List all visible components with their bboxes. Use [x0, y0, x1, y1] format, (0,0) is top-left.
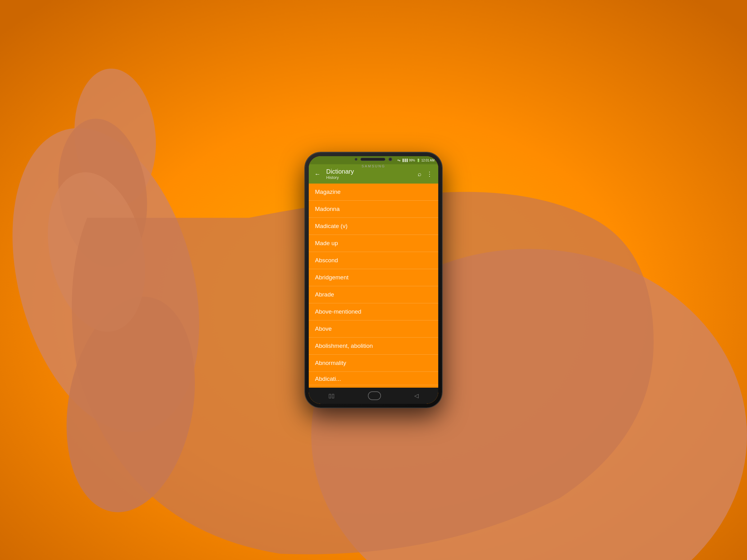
list-item[interactable]: Above-mentioned [309, 303, 438, 320]
home-button[interactable] [368, 391, 381, 400]
bottom-navigation: ▯▯ ◁ [309, 388, 438, 404]
list-item[interactable]: Madicate (v) [309, 218, 438, 235]
list-item[interactable]: Abnormality [309, 355, 438, 372]
list-item-label: Magazine [315, 189, 340, 195]
top-sensors [355, 157, 392, 161]
list-item-label: Above-mentioned [315, 308, 361, 315]
list-item[interactable]: Made up [309, 235, 438, 252]
battery-percent: 99% [409, 159, 415, 162]
status-icons: ▾▴ ▐▐▐ 99% 🔋 12:01 AM [397, 159, 435, 162]
list-item[interactable]: Magazine [309, 184, 438, 201]
brand-label: SAMSUNG [362, 164, 386, 168]
phone-screen: ▾▴ ▐▐▐ 99% 🔋 12:01 AM ← Dictionary Histo… [309, 156, 438, 404]
list-item-label: Madicate (v) [315, 223, 348, 229]
app-subtitle: History [326, 175, 413, 180]
app-title-block: Dictionary History [325, 168, 413, 180]
phone-shell: SAMSUNG ▾▴ ▐▐▐ 99% 🔋 12:01 AM ← [305, 153, 442, 407]
list-item[interactable]: Abolishment, abolition [309, 338, 438, 355]
time-display: 12:01 AM [421, 159, 435, 162]
history-list: Magazine Madonna Madicate (v) Made up Ab… [309, 184, 438, 388]
more-button[interactable]: ⋮ [424, 169, 435, 179]
battery-icon: 🔋 [416, 159, 420, 162]
sensor-dot [355, 158, 357, 161]
list-item[interactable]: Abridgement [309, 269, 438, 286]
app-title: Dictionary [326, 168, 413, 175]
back-button[interactable]: ← [312, 169, 323, 180]
list-item[interactable]: Abrade [309, 286, 438, 303]
speaker-grille [360, 158, 385, 161]
list-item[interactable]: Abscond [309, 252, 438, 269]
wifi-icon: ▾▴ [397, 159, 401, 162]
app-bar-actions: ⌕ ⋮ [416, 169, 435, 179]
list-item-label: Madonna [315, 206, 340, 212]
signal-icon: ▐▐▐ [402, 159, 408, 162]
list-item-label: Made up [315, 240, 338, 246]
scene: SAMSUNG ▾▴ ▐▐▐ 99% 🔋 12:01 AM ← [0, 0, 747, 560]
back-nav-button[interactable]: ◁ [408, 390, 425, 402]
list-item-label: Abnormality [315, 359, 346, 366]
list-item[interactable]: Above [309, 320, 438, 338]
list-item-partial[interactable]: Abdicati... [309, 372, 438, 385]
list-item-label: Abolishment, abolition [315, 343, 373, 349]
list-item-label: Above [315, 325, 332, 332]
phone-device: SAMSUNG ▾▴ ▐▐▐ 99% 🔋 12:01 AM ← [305, 153, 442, 407]
list-item[interactable]: Madonna [309, 201, 438, 218]
list-item-label: Abrade [315, 291, 334, 298]
camera-dot [388, 157, 392, 161]
list-item-label: Abdicati... [315, 375, 341, 382]
recent-apps-button[interactable]: ▯▯ [322, 390, 341, 402]
list-item-label: Abscond [315, 257, 338, 264]
search-button[interactable]: ⌕ [416, 169, 423, 179]
list-item-label: Abridgement [315, 274, 349, 281]
